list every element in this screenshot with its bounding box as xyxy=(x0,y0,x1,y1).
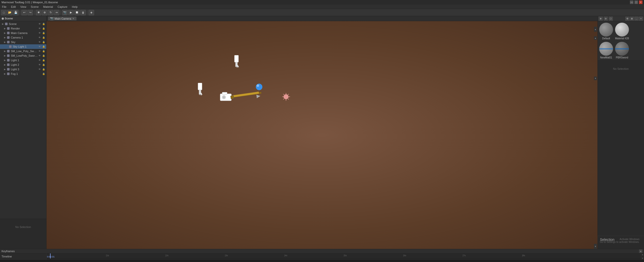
tree-lock-fog1[interactable]: 🔒 xyxy=(42,72,45,76)
viewport-scene[interactable]: ▲ ▼ ▲ ▼ xyxy=(47,21,597,249)
tree-eye-render[interactable]: 👁 xyxy=(38,27,41,30)
tree-item-sm-sword-003[interactable]: ▶SM_LowPoly_Sword_003👁🔒 xyxy=(0,53,46,58)
menu-capture[interactable]: Capture xyxy=(57,5,68,8)
toolbar-select[interactable]: ✱ xyxy=(36,10,41,15)
viewport-scroll-down[interactable]: ▼ xyxy=(594,244,597,249)
viewport-scroll-down-2[interactable]: ▼ xyxy=(594,77,597,80)
toolbar-undo[interactable]: ↩ xyxy=(21,10,27,15)
right-panel-settings[interactable]: ⚙ xyxy=(625,17,629,21)
toolbar-rotate[interactable]: ↻ xyxy=(48,10,53,15)
menu-scene[interactable]: Scene xyxy=(30,5,39,8)
tree-item-sky-light1[interactable]: Sky Light 1👁🔒 xyxy=(0,44,46,49)
tree-item-light3[interactable]: ▶Light 3👁🔒 xyxy=(0,67,46,72)
tree-lock-sm-sword-003[interactable]: 🔒 xyxy=(42,54,45,57)
tree-eye-light2[interactable]: 👁 xyxy=(38,63,41,67)
timeline-scroll-up[interactable]: ▲ xyxy=(642,253,644,256)
toolbar-scale[interactable]: ⇔ xyxy=(54,10,59,15)
materials-remove-btn[interactable]: ⊖ xyxy=(604,17,608,21)
ruler-area[interactable]: 0:00.01 |1s |2s |3s |4s |5s |6s |7s |8s xyxy=(47,253,641,258)
material-item-pbrsword[interactable]: PBRSword xyxy=(615,41,629,59)
tree-eye-sm-sword-01[interactable]: 👁 xyxy=(38,49,41,53)
toolbar-new[interactable]: □ xyxy=(1,10,7,15)
tree-expand-icon[interactable]: ▶ xyxy=(4,73,7,75)
right-panel-more[interactable]: … xyxy=(634,17,638,21)
tree-eye-scene[interactable]: 👁 xyxy=(38,22,41,26)
tree-eye-sm-sword-003[interactable]: 👁 xyxy=(38,54,41,57)
timeline-scroll-down[interactable]: ▼ xyxy=(642,257,644,259)
tree-lock-render[interactable]: 🔒 xyxy=(42,27,45,30)
scene-header-label: ◉ Scene xyxy=(2,17,13,20)
toolbar-redo[interactable]: ↪ xyxy=(27,10,33,15)
svg-rect-13 xyxy=(222,92,227,94)
toolbar-save[interactable]: 💾 xyxy=(13,10,19,15)
tree-item-scene[interactable]: ▶Scene👁🔒 xyxy=(0,22,46,26)
viewport-tab-main-camera[interactable]: 📷 Main Camera ▼ xyxy=(48,17,76,20)
tree-lock-light2[interactable]: 🔒 xyxy=(42,63,45,67)
tree-actions-sky: 👁🔒 xyxy=(38,40,46,44)
viewport-dropdown-icon[interactable]: ▼ xyxy=(72,17,74,20)
tree-lock-scene[interactable]: 🔒 xyxy=(42,22,45,26)
tree-lock-sm-sword-01[interactable]: 🔒 xyxy=(42,49,45,53)
materials-options-btn[interactable]: ⬡ xyxy=(609,17,613,21)
light-pink xyxy=(282,92,291,102)
menu-material[interactable]: Material xyxy=(42,5,54,8)
svg-marker-18 xyxy=(256,94,261,98)
tree-item-light1[interactable]: ▶Light 1👁🔒 xyxy=(0,58,46,62)
tree-item-main-camera[interactable]: ▶Main Camera👁🔒 xyxy=(0,31,46,35)
tree-item-sm-sword-01[interactable]: ▶SM_Low_Poly_Sword_01👁🔒 xyxy=(0,49,46,53)
keyframes-row[interactable] xyxy=(0,259,644,262)
tree-expand-icon[interactable]: ▶ xyxy=(4,50,7,52)
material-item-newmat01[interactable]: NewMat01 xyxy=(599,41,614,59)
tree-lock-light1[interactable]: 🔒 xyxy=(42,58,45,62)
tree-expand-icon[interactable]: ▶ xyxy=(2,23,5,25)
right-panel-close[interactable]: × xyxy=(639,17,643,21)
tree-item-sky[interactable]: ▶Sky👁🔒 xyxy=(0,40,46,44)
tree-expand-icon[interactable]: ▶ xyxy=(4,54,7,57)
tree-expand-icon[interactable]: ▶ xyxy=(4,59,7,61)
tree-lock-main-camera[interactable]: 🔒 xyxy=(42,31,45,35)
tree-eye-camera1[interactable]: 👁 xyxy=(38,36,41,39)
tree-eye-sky-light1[interactable]: 👁 xyxy=(38,45,41,48)
tree-lock-sky-light1[interactable]: 🔒 xyxy=(42,45,45,48)
tree-item-render[interactable]: ▶Render👁🔒 xyxy=(0,26,46,31)
menu-edit[interactable]: Edit xyxy=(10,5,17,8)
right-panel-grid[interactable]: ⊞ xyxy=(630,17,634,21)
tree-item-camera1[interactable]: ▶Camera 1👁🔒 xyxy=(0,35,46,40)
menu-file[interactable]: File xyxy=(1,5,8,8)
menu-help[interactable]: Help xyxy=(71,5,79,8)
close-button[interactable]: ✕ xyxy=(639,1,642,4)
tree-expand-icon[interactable]: ▶ xyxy=(4,32,7,34)
tree-lock-camera1[interactable]: 🔒 xyxy=(42,36,45,39)
tree-lock-sky[interactable]: 🔒 xyxy=(42,40,45,44)
tree-expand-icon[interactable]: ▶ xyxy=(4,63,7,66)
toolbar-capture[interactable]: 🔲 xyxy=(74,10,80,15)
menu-view[interactable]: View xyxy=(19,5,27,8)
maximize-button[interactable]: □ xyxy=(634,1,638,4)
tree-eye-main-camera[interactable]: 👁 xyxy=(38,31,41,35)
materials-add-btn[interactable]: ⊕ xyxy=(599,17,603,21)
tree-item-light2[interactable]: ▶Light 2👁🔒 xyxy=(0,62,46,67)
viewport[interactable]: 📷 Main Camera ▼ xyxy=(47,16,597,249)
tree-expand-icon[interactable]: ▶ xyxy=(4,27,7,30)
tree-lock-light3[interactable]: 🔒 xyxy=(42,68,45,71)
material-item-default[interactable]: Default xyxy=(599,22,614,40)
material-item-28[interactable]: Material #28 xyxy=(615,22,629,40)
toolbar-delete[interactable]: 🗑 xyxy=(80,10,86,15)
tree-expand-icon[interactable]: ▶ xyxy=(4,41,7,43)
tree-expand-icon[interactable]: ▶ xyxy=(4,36,7,39)
toolbar-move[interactable]: ⊕ xyxy=(42,10,47,15)
toolbar-camera[interactable]: 📷 xyxy=(62,10,68,15)
tree-expand-icon[interactable]: ▶ xyxy=(4,68,7,71)
tree-item-fog1[interactable]: ▶Fog 1🔒 xyxy=(0,72,46,76)
scene-tree[interactable]: ▶Scene👁🔒▶Render👁🔒▶Main Camera👁🔒▶Camera 1… xyxy=(0,21,46,219)
toolbar-render[interactable]: ▶ xyxy=(68,10,74,15)
viewport-scroll-top-2[interactable]: ▲ xyxy=(594,36,597,40)
timeline-collapse[interactable]: ▲ xyxy=(639,249,642,253)
tree-eye-light1[interactable]: 👁 xyxy=(38,58,41,62)
viewport-scroll-up[interactable]: ▲ xyxy=(594,27,597,32)
tree-eye-sky[interactable]: 👁 xyxy=(38,40,41,44)
minimize-button[interactable]: — xyxy=(630,1,633,4)
tree-eye-light3[interactable]: 👁 xyxy=(38,68,41,71)
toolbar-settings[interactable]: ◈ xyxy=(89,10,94,15)
toolbar-open[interactable]: 📂 xyxy=(7,10,13,15)
